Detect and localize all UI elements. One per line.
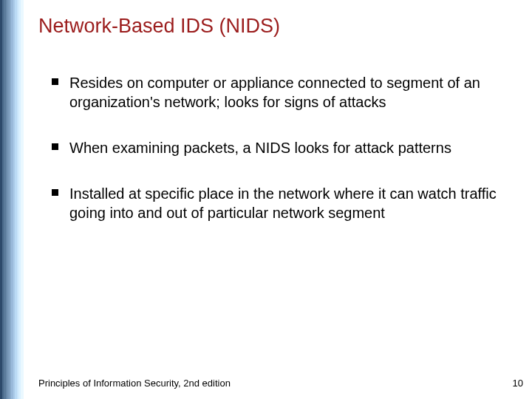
list-item: When examining packets, a NIDS looks for… [52,138,517,157]
square-bullet-icon [52,143,58,150]
slide-footer: Principles of Information Security, 2nd … [38,378,523,389]
bullet-text: Installed at specific place in the netwo… [69,185,497,221]
bullet-text: When examining packets, a NIDS looks for… [69,140,451,156]
list-item: Resides on computer or appliance connect… [52,73,517,112]
list-item: Installed at specific place in the netwo… [52,184,517,222]
bullet-list: Resides on computer or appliance connect… [38,73,517,222]
page-number: 10 [513,378,523,389]
slide-title: Network-Based IDS (NIDS) [38,15,517,38]
footer-text: Principles of Information Security, 2nd … [38,378,231,389]
slide-content: Network-Based IDS (NIDS) Resides on comp… [38,15,517,249]
bullet-text: Resides on computer or appliance connect… [69,75,480,110]
square-bullet-icon [52,78,58,85]
decorative-left-border [0,0,24,399]
square-bullet-icon [52,189,58,196]
